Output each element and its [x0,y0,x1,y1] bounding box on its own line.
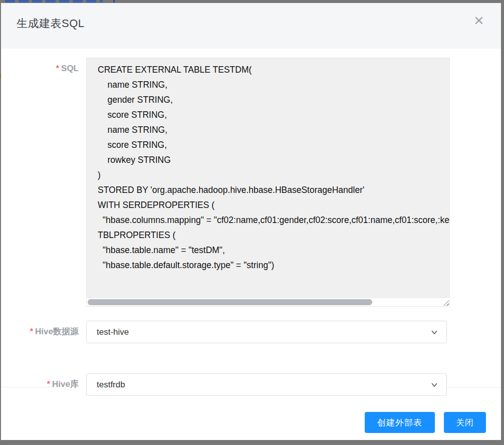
required-asterisk: * [56,64,59,73]
hive-datasource-select[interactable]: test-hive [86,321,447,343]
close-icon[interactable]: × [468,8,490,32]
sql-label-text: SQL [61,64,79,73]
dialog-header: 生成建表SQL × [1,3,501,49]
dialog-title: 生成建表SQL [17,16,85,31]
hive-datasource-value: test-hive [97,321,129,343]
required-asterisk: * [30,327,33,336]
generate-sql-dialog: 生成建表SQL × *SQL CREATE EXTERNAL TABLE TES… [1,3,501,440]
background-page-links [5,0,103,3]
hive-db-label: *Hive库 [22,375,79,394]
close-dialog-button[interactable]: 关闭 [444,412,486,433]
required-asterisk: * [47,379,50,389]
horizontal-scrollbar[interactable] [87,298,449,306]
chevron-down-icon [430,328,438,336]
hive-db-select[interactable]: testfrdb [86,373,447,396]
sql-label: *SQL [22,59,79,78]
hive-datasource-label-text: Hive数据源 [35,327,79,336]
chevron-down-icon [430,381,438,389]
screen: 生成建表SQL × *SQL CREATE EXTERNAL TABLE TES… [0,0,504,445]
hive-datasource-label: *Hive数据源 [22,322,79,341]
sql-textarea[interactable]: CREATE EXTERNAL TABLE TESTDM( name STRIN… [86,58,450,307]
divider [446,387,501,388]
background-page-content [113,0,115,3]
sql-code: CREATE EXTERNAL TABLE TESTDM( name STRIN… [87,58,449,290]
hive-db-label-text: Hive库 [52,379,79,389]
hive-db-value: testfrdb [97,374,125,395]
scrollbar-thumb[interactable] [88,299,372,305]
create-external-table-button[interactable]: 创建外部表 [365,412,435,433]
